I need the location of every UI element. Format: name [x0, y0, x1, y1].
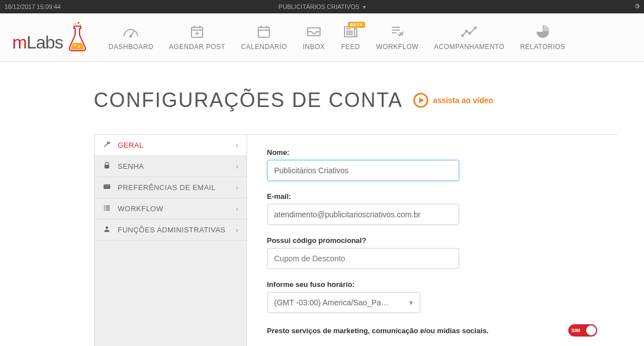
- nav-label: DASHBOARD: [109, 43, 154, 51]
- svg-rect-37: [104, 207, 105, 208]
- svg-point-32: [469, 33, 471, 35]
- gear-icon[interactable]: [633, 2, 641, 11]
- form-panel: Nome: E-mail: Possui código promocional?…: [247, 134, 617, 346]
- sidebar-item-workflow[interactable]: WORKFLOW ›: [95, 198, 247, 220]
- promo-label: Possui código promocional?: [267, 236, 597, 245]
- calendar-plus-icon: [187, 24, 207, 40]
- video-link-label: assista ao vídeo: [433, 96, 493, 105]
- nav-feed[interactable]: BETA FEED: [341, 24, 361, 51]
- gauge-icon: [121, 24, 141, 40]
- calendar-icon: [254, 24, 274, 40]
- main-row: GERAL › SENHA › PREFERÊNCIAS DE EMAIL › …: [27, 134, 617, 346]
- svg-point-6: [130, 36, 132, 37]
- page-title-row: CONFIGURAÇÕES DE CONTA assista ao vídeo: [27, 89, 617, 112]
- line-chart-icon: [459, 24, 479, 40]
- envelope-icon: [102, 183, 111, 192]
- logo-m: m: [12, 32, 27, 52]
- toggle-knob: [586, 325, 596, 335]
- chevron-right-icon: ›: [236, 226, 239, 234]
- approve-icon: [387, 24, 407, 40]
- chevron-down-icon: ▾: [363, 4, 366, 10]
- nav-label: AGENDAR POST: [169, 43, 225, 51]
- chevron-right-icon: ›: [236, 205, 239, 213]
- wrench-icon: [102, 140, 111, 150]
- flask-icon: [65, 22, 90, 53]
- nav-label: WORKFLOW: [376, 43, 419, 51]
- svg-rect-39: [105, 206, 110, 207]
- svg-point-4: [78, 46, 80, 47]
- inbox-icon: [304, 24, 324, 40]
- sidebar-item-label: GERAL: [118, 141, 144, 149]
- svg-point-30: [462, 35, 464, 37]
- sidebar-item-email[interactable]: PREFERÊNCIAS DE EMAIL ›: [95, 177, 247, 198]
- name-label: Nome:: [267, 148, 597, 157]
- sidebar-item-geral[interactable]: GERAL ›: [95, 135, 247, 156]
- svg-rect-36: [104, 206, 105, 207]
- page-title: CONFIGURAÇÕES DE CONTA: [94, 89, 403, 112]
- nav-inbox[interactable]: INBOX: [303, 24, 325, 51]
- svg-point-0: [75, 23, 76, 25]
- svg-point-3: [75, 45, 76, 46]
- lock-icon: [102, 162, 111, 171]
- sidebar-item-label: WORKFLOW: [118, 204, 164, 213]
- svg-point-42: [105, 226, 108, 229]
- nav-acompanhamento[interactable]: ACOMPANHAMENTO: [434, 24, 505, 51]
- promo-input[interactable]: [267, 248, 459, 269]
- svg-point-33: [475, 27, 476, 29]
- logo[interactable]: mLabs: [12, 22, 90, 53]
- name-input[interactable]: [267, 160, 459, 181]
- nav-workflow[interactable]: WORKFLOW: [376, 24, 419, 51]
- form-group-email: E-mail:: [267, 192, 597, 225]
- nav-relatorios[interactable]: RELATORIOS: [520, 24, 565, 51]
- datetime: 18/12/2017 15:09:44: [4, 3, 61, 10]
- sidebar-item-label: SENHA: [118, 162, 144, 170]
- marketing-statement: Presto serviços de marketing, comunicaçã…: [267, 326, 489, 335]
- sidebar-item-label: PREFERÊNCIAS DE EMAIL: [118, 183, 216, 192]
- svg-rect-41: [105, 209, 110, 211]
- marketing-toggle[interactable]: SIM: [568, 324, 597, 337]
- navbar: mLabs DASHBOARD AGENDAR POST CALENDARIO …: [0, 13, 644, 62]
- svg-point-2: [80, 24, 81, 25]
- nav-label: CALENDARIO: [241, 43, 287, 51]
- nav-dashboard[interactable]: DASHBOARD: [109, 24, 154, 51]
- account-label: PUBLICITÁRIOS CRIATIVOS: [278, 3, 359, 10]
- nav-label: INBOX: [303, 43, 325, 51]
- logo-labs: Labs: [27, 32, 63, 52]
- list-icon: [102, 204, 111, 213]
- video-link[interactable]: assista ao vídeo: [413, 92, 493, 108]
- svg-rect-38: [104, 209, 105, 211]
- form-group-name: Nome:: [267, 148, 597, 181]
- svg-marker-35: [419, 98, 424, 103]
- sidebar-item-admin[interactable]: FUNÇÕES ADMINISTRATIVAS ›: [95, 220, 247, 241]
- account-selector[interactable]: PUBLICITÁRIOS CRIATIVOS ▾: [278, 3, 365, 10]
- sidebar-item-senha[interactable]: SENHA ›: [95, 156, 247, 177]
- svg-rect-40: [105, 207, 110, 208]
- tz-label: Informe seu fuso horário:: [267, 280, 597, 289]
- email-label: E-mail:: [267, 192, 597, 201]
- form-group-promo: Possui código promocional?: [267, 236, 597, 269]
- beta-badge: BETA: [348, 22, 365, 28]
- pie-chart-icon: [533, 24, 553, 40]
- marketing-toggle-row: Presto serviços de marketing, comunicaçã…: [267, 324, 597, 337]
- chevron-right-icon: ›: [236, 142, 239, 149]
- sidebar-item-label: FUNÇÕES ADMINISTRATIVAS: [118, 226, 226, 234]
- play-circle-icon: [413, 92, 429, 108]
- tz-select[interactable]: (GMT -03:00) America/Sao_Pa… ▾: [267, 292, 420, 313]
- form-group-tz: Informe seu fuso horário: (GMT -03:00) A…: [267, 280, 597, 313]
- toggle-label: SIM: [572, 328, 581, 333]
- nav-label: ACOMPANHAMENTO: [434, 43, 505, 51]
- topbar: 18/12/2017 15:09:44 PUBLICITÁRIOS CRIATI…: [0, 0, 644, 13]
- chevron-right-icon: ›: [236, 163, 239, 170]
- chevron-down-icon: ▾: [409, 298, 413, 307]
- chevron-right-icon: ›: [236, 184, 239, 192]
- email-input[interactable]: [267, 204, 459, 225]
- nav-agendar-post[interactable]: AGENDAR POST: [169, 24, 225, 51]
- nav-label: RELATORIOS: [520, 43, 565, 51]
- user-icon: [102, 225, 111, 235]
- svg-point-31: [466, 31, 468, 32]
- svg-rect-13: [258, 27, 269, 37]
- svg-point-1: [78, 22, 80, 24]
- nav-label: FEED: [341, 43, 360, 51]
- nav-calendario[interactable]: CALENDARIO: [241, 24, 287, 51]
- settings-sidebar: GERAL › SENHA › PREFERÊNCIAS DE EMAIL › …: [94, 134, 247, 346]
